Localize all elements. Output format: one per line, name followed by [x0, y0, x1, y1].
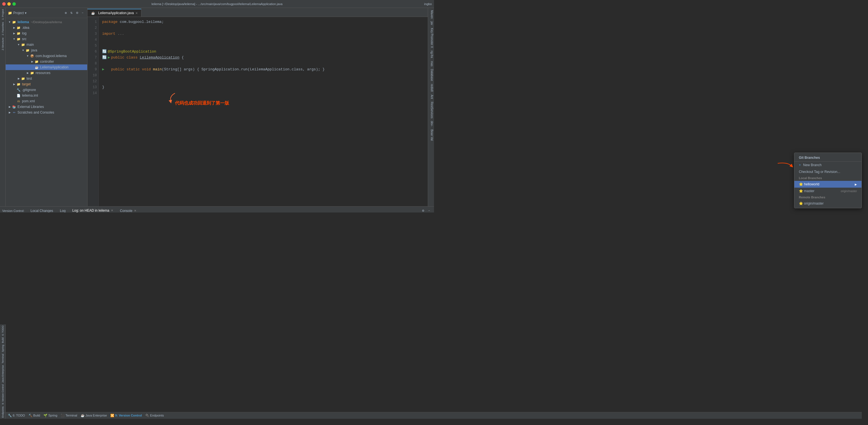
ln-3: 3	[89, 31, 97, 37]
left-strip-favorites[interactable]: 2: Favorites	[1, 22, 4, 35]
code-line-2	[102, 25, 425, 31]
pom-icon: m	[17, 99, 21, 104]
panel-settings-icon[interactable]: ⚙	[75, 11, 79, 15]
rt-ng-fra[interactable]: ng-fra	[428, 50, 434, 59]
scratches-icon: ✏	[12, 110, 17, 115]
run-icon-9[interactable]: ▶	[102, 67, 104, 73]
app-java-icon: ☕	[34, 65, 39, 69]
code-line-9: ▶ public static void main(String[] args)…	[102, 67, 425, 73]
ingbo-label: ingbo	[424, 2, 432, 6]
rt-maven[interactable]: Maven	[428, 9, 434, 20]
log-head-close[interactable]: ✕	[111, 209, 113, 212]
main-label: main	[27, 43, 34, 47]
console-close[interactable]: ✕	[134, 209, 136, 212]
tree-ext-libs[interactable]: ▶ 📚 External Libraries	[6, 104, 87, 110]
ln-1: 1	[89, 19, 97, 25]
tree-root[interactable]: ▼ 📁 leilema ~/Desktop/java/leilema	[6, 19, 87, 25]
kw-public-class: public	[111, 55, 124, 61]
rt-jav[interactable]: jav	[428, 20, 434, 26]
tree-controller[interactable]: ▶ 📁 controller	[6, 59, 87, 64]
left-strip-structure[interactable]: Z-Structure	[1, 37, 4, 50]
tree-idea[interactable]: ▶ 📁 .idea	[6, 25, 87, 30]
rt-mas[interactable]: mas	[428, 60, 434, 67]
idea-folder-icon: 📁	[17, 25, 21, 30]
iml-label: leilema.iml	[22, 93, 38, 97]
tree-target[interactable]: ▶ 📁 target	[6, 81, 87, 87]
tree-java[interactable]: ▼ 📁 java	[6, 48, 87, 53]
tree-resources[interactable]: ▶ 📁 resources	[6, 70, 87, 76]
tree-log[interactable]: ▶ 📁 log	[6, 30, 87, 36]
tree-arrow-test: ▶	[17, 77, 20, 80]
tree-arrow-controller: ▶	[30, 60, 34, 63]
ln-6: 6	[89, 49, 97, 55]
tree-main[interactable]: ▼ 📁 main	[6, 42, 87, 48]
project-label: 📁Project ▾	[8, 11, 27, 15]
kw-import: import	[102, 31, 116, 37]
rt-ant[interactable]: Ant	[428, 93, 434, 100]
bottom-panel: Version Control: Local Changes Log Log: …	[0, 206, 434, 213]
run-icon-7[interactable]: ▶	[108, 55, 110, 61]
test-folder-icon: 📁	[21, 76, 25, 81]
tree-src[interactable]: ▼ 📁 src	[6, 36, 87, 42]
kw-class: class	[126, 55, 137, 61]
window-title: leilema [~/Desktop/java/leilema] - .../s…	[2, 2, 432, 6]
ln-12: 12	[89, 79, 97, 84]
minimize-button[interactable]	[7, 2, 11, 6]
ln-10: 10	[89, 73, 97, 79]
ln-13: 13	[89, 84, 97, 90]
tree-gitignore[interactable]: ▶ 🔧 .gitignore	[6, 87, 87, 93]
close-button[interactable]	[2, 2, 6, 6]
rt-beanval[interactable]: Bean Val	[428, 128, 434, 142]
rt-key-promoter[interactable]: Key Promoter X	[428, 27, 434, 49]
tab-label: LeilemaApplication.java	[98, 11, 134, 15]
tree-test[interactable]: ▶ 📁 test	[6, 76, 87, 81]
code-line-3: import ...	[102, 31, 425, 37]
class-name: LeilemaApplication	[140, 55, 179, 61]
ext-libs-label: External Libraries	[18, 105, 44, 109]
extlibs-icon: 📚	[12, 105, 17, 109]
resources-folder-icon: 📁	[30, 70, 34, 75]
editor-tab-bar: ☕ LeilemaApplication.java ✕	[88, 8, 428, 17]
tree-arrow-main: ▼	[17, 43, 20, 46]
bottom-hide-btn[interactable]: −	[427, 208, 432, 213]
tree-arrow-resources: ▶	[26, 71, 29, 75]
controller-label: controller	[40, 60, 54, 63]
kw-package: package	[102, 19, 118, 25]
java-label: java	[31, 48, 37, 52]
tree-package[interactable]: ▼ 📦 com.bugpool.leilema	[6, 53, 87, 59]
src-label: src	[22, 37, 27, 41]
panel-hide-icon[interactable]: −	[81, 11, 85, 15]
tab-log[interactable]: Log	[57, 207, 68, 213]
line-numbers: 1 2 3 4 5 6 7 8 9 10 12 13 14	[88, 17, 99, 206]
code-line-4	[102, 37, 425, 43]
panel-icon-1[interactable]: ⊕	[63, 11, 68, 15]
bottom-settings-btn[interactable]: ⚙	[421, 208, 426, 213]
bottom-panel-actions: ⚙ −	[421, 208, 432, 213]
tab-local-changes[interactable]: Local Changes	[28, 207, 56, 213]
tree-iml[interactable]: ▶ 📄 leilema.iml	[6, 93, 87, 98]
tree-scratches[interactable]: ▶ ✏ Scratches and Consoles	[6, 110, 87, 115]
main-layout: 1: Project 2: Favorites Z-Structure 📁Pro…	[0, 8, 434, 206]
rt-database[interactable]: Database	[428, 68, 434, 82]
rt-redis[interactable]: redis8	[428, 83, 434, 93]
code-content[interactable]: package com.bugpool.leilema; import ... …	[99, 17, 428, 206]
panel-icon-2[interactable]: ⇅	[69, 11, 74, 15]
ln-9: 9	[89, 67, 97, 73]
rt-restservices[interactable]: RestServices	[428, 101, 434, 119]
controller-folder-icon: 📁	[34, 59, 39, 64]
editor-tab-leilema[interactable]: ☕ LeilemaApplication.java ✕	[88, 9, 142, 17]
panel-header-icons: ⊕ ⇅ ⚙ −	[63, 11, 85, 15]
rt-dev[interactable]: dev-	[428, 120, 434, 128]
tab-close-btn[interactable]: ✕	[135, 11, 138, 15]
tree-leilema-app[interactable]: ▶ ☕ LeilemaApplication	[6, 64, 87, 70]
project-folder-icon: 📁	[12, 20, 17, 24]
code-line-1: package com.bugpool.leilema;	[102, 19, 425, 25]
code-line-10	[102, 73, 425, 79]
gitignore-icon: 🔧	[17, 88, 21, 92]
left-strip-project[interactable]: 1: Project	[1, 9, 4, 20]
tree-pom[interactable]: ▶ m pom.xml	[6, 98, 87, 104]
tab-console[interactable]: Console ✕	[117, 207, 139, 213]
code-line-14	[102, 90, 425, 96]
maximize-button[interactable]	[12, 2, 16, 6]
tab-log-head[interactable]: Log: on HEAD in leilema ✕	[69, 207, 116, 213]
